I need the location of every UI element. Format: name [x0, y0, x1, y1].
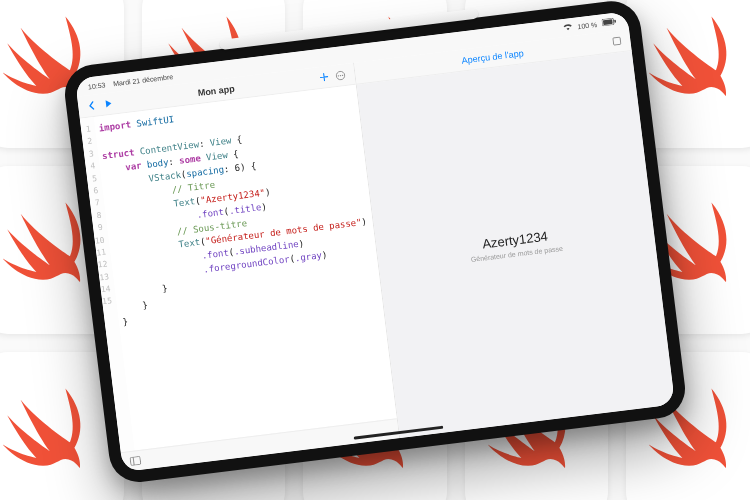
code-editor-pane: Mon app 1 2 3 4 5 6 7 8 9 10 11 12 13 14…	[77, 63, 399, 472]
ipad-device: 10:53 Mardi 21 décembre 100 %	[62, 0, 689, 485]
wifi-icon	[563, 23, 573, 32]
expand-preview-button[interactable]	[611, 35, 623, 47]
status-time: 10:53	[88, 81, 106, 90]
status-date: Mardi 21 décembre	[113, 73, 174, 87]
run-button[interactable]	[103, 97, 115, 109]
left-panel-toggle[interactable]	[129, 455, 141, 467]
battery-icon	[602, 18, 617, 28]
svg-line-8	[133, 457, 134, 465]
preview-pane: Aperçu de l'app Azerty1234 Générateur de…	[354, 29, 675, 438]
svg-rect-7	[130, 456, 141, 465]
svg-point-5	[340, 74, 341, 75]
battery-text: 100 %	[577, 20, 598, 29]
code-content[interactable]: import SwiftUI struct ContentView: View …	[93, 85, 396, 451]
svg-rect-9	[613, 37, 621, 45]
svg-rect-2	[614, 20, 616, 23]
preview-canvas[interactable]: Azerty1234 Générateur de mots de passe	[356, 51, 675, 438]
back-button[interactable]	[86, 99, 98, 111]
svg-point-6	[342, 74, 343, 75]
code-editor[interactable]: 1 2 3 4 5 6 7 8 9 10 11 12 13 14 15 impo…	[80, 85, 396, 452]
ipad-screen: 10:53 Mardi 21 décembre 100 %	[75, 11, 675, 472]
more-button[interactable]	[334, 69, 346, 81]
svg-rect-1	[603, 19, 613, 25]
add-button[interactable]	[317, 71, 329, 83]
svg-point-4	[338, 75, 339, 76]
